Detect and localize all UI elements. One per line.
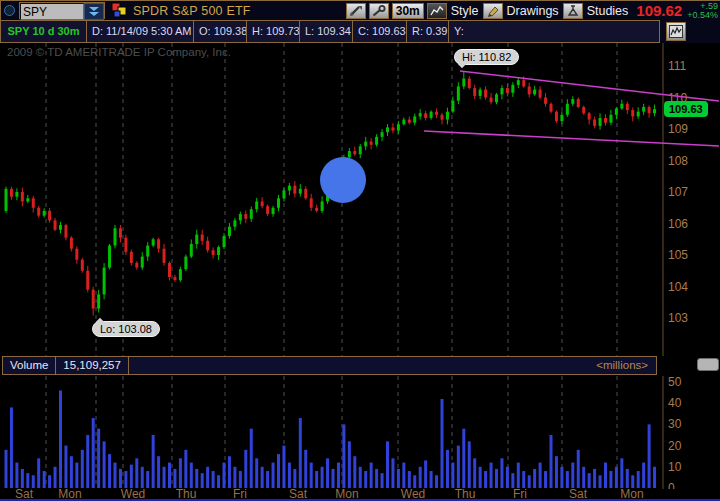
style-menu[interactable]: Style <box>450 4 480 18</box>
style-button[interactable] <box>427 3 447 19</box>
studies-button[interactable] <box>563 3 583 19</box>
beaker-icon <box>566 5 580 17</box>
volume-bar <box>511 473 514 488</box>
candle-up <box>348 151 351 157</box>
candle-up <box>195 235 198 244</box>
volume-bar <box>653 467 656 488</box>
volume-bar <box>75 463 78 488</box>
candle-down <box>550 104 553 112</box>
volume-bar <box>359 467 362 488</box>
candle-up <box>223 236 226 247</box>
studies-menu[interactable]: Studies <box>586 4 630 18</box>
candle-down <box>539 90 542 98</box>
volume-chart[interactable]: 50403020100 <box>0 376 720 489</box>
candle-up <box>599 118 602 126</box>
volume-bar <box>321 467 324 488</box>
volume-bar <box>402 463 405 488</box>
volume-bar <box>441 399 444 488</box>
volume-bar <box>168 463 171 488</box>
volume-bar <box>637 471 640 488</box>
candle-up <box>255 201 258 209</box>
price-tick-label: 103 <box>668 311 688 325</box>
snapshot-button[interactable] <box>666 22 686 41</box>
price-tick-label: 109 <box>668 122 688 136</box>
volume-bar <box>353 456 356 488</box>
price-tick-label: 108 <box>668 154 688 168</box>
field-date: D: 11/14/09 5:30 AM <box>86 20 194 43</box>
candle-up <box>386 127 389 132</box>
quick-tools-button[interactable] <box>346 3 366 19</box>
field-y: Y: <box>448 20 660 43</box>
candle-down <box>441 115 444 120</box>
candle-up <box>451 101 454 112</box>
preferences-button[interactable] <box>369 3 389 19</box>
volume-bar <box>468 441 471 488</box>
day-label: Thu <box>176 487 197 501</box>
volume-bar <box>648 424 651 488</box>
candle-up <box>217 247 220 255</box>
volume-tick-label: 20 <box>668 439 682 453</box>
timeframe-button[interactable]: 30m <box>392 3 424 19</box>
volume-bar <box>609 471 612 488</box>
price-tick-label: 107 <box>668 185 688 199</box>
day-label: Sat <box>569 487 587 501</box>
volume-bar <box>522 471 525 488</box>
candle-up <box>43 211 46 216</box>
volume-bar <box>37 458 40 488</box>
candle-down <box>293 186 296 194</box>
candle-down <box>86 271 89 290</box>
candle-up <box>430 112 433 118</box>
volume-bar <box>15 463 18 488</box>
candle-up <box>609 115 612 123</box>
volume-bar <box>457 446 460 488</box>
candle-down <box>206 241 209 250</box>
symbol-input[interactable] <box>20 3 84 20</box>
price-tick-label: 104 <box>668 280 688 294</box>
field-open: O: 109.38 <box>193 20 247 43</box>
pane-scroll-button[interactable] <box>697 358 719 371</box>
volume-bar <box>97 429 100 488</box>
candle-down <box>555 112 558 121</box>
volume-bar <box>10 407 13 488</box>
drawings-button[interactable] <box>483 3 503 19</box>
volume-bar <box>21 469 24 488</box>
volume-bar <box>490 463 493 488</box>
volume-bar <box>26 473 29 488</box>
symbol-dropdown-button[interactable] <box>84 3 104 20</box>
trading-chart-window: SPDR S&P 500 ETF 30m <box>0 0 720 501</box>
candle-up <box>228 227 231 236</box>
link-squares-icon[interactable] <box>111 2 128 19</box>
candle-up <box>381 132 384 137</box>
candle-up <box>282 190 285 198</box>
volume-bar <box>261 467 264 488</box>
day-label: Fri <box>233 487 247 501</box>
candle-down <box>173 277 176 280</box>
pencil-icon <box>486 5 500 17</box>
candle-up <box>653 109 656 113</box>
high-annotation[interactable]: Hi: 110.82 <box>454 49 519 65</box>
low-annotation[interactable]: Lo: 103.08 <box>92 321 160 337</box>
volume-bar <box>419 467 422 488</box>
candle-up <box>533 90 536 95</box>
candle-up <box>615 109 618 115</box>
copyright-watermark: 2009 © TD AMERITRADE IP Company, Inc. <box>7 46 231 58</box>
candle-up <box>190 244 193 257</box>
candle-up <box>146 246 149 257</box>
candle-down <box>473 88 476 96</box>
price-chart[interactable]: 111110109108107106105104103 <box>0 43 720 356</box>
price-tick-label: 111 <box>668 59 687 73</box>
instrument-title: SPDR S&P 500 ETF <box>133 4 251 18</box>
volume-bar <box>588 473 591 488</box>
high-annotation-text: Hi: 110.82 <box>462 51 511 63</box>
candle-down <box>54 220 57 229</box>
candle-up <box>239 214 242 220</box>
volume-bar <box>544 471 547 488</box>
volume-bar <box>146 471 149 488</box>
candle-down <box>528 86 531 94</box>
drawings-menu[interactable]: Drawings <box>506 4 560 18</box>
candle-down <box>64 225 67 238</box>
candle-up <box>375 137 378 145</box>
volume-bar <box>206 467 209 488</box>
volume-bar <box>54 467 57 488</box>
candle-down <box>626 104 629 110</box>
